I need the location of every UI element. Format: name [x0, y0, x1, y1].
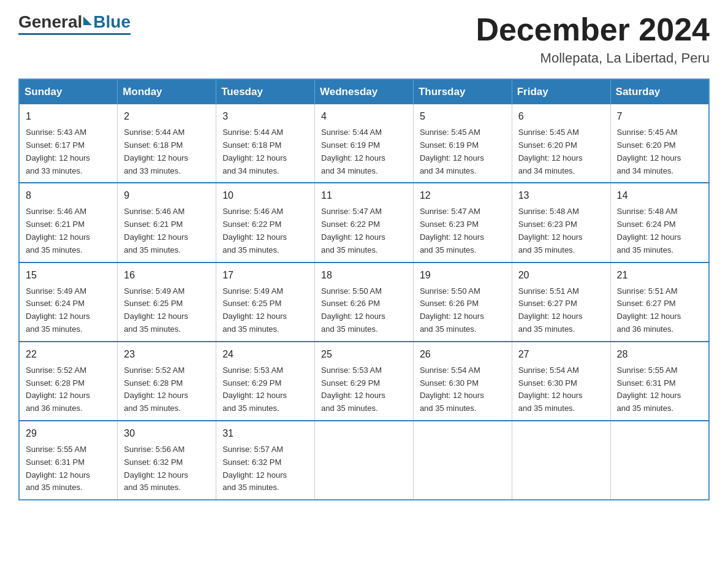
page-header: General Blue December 2024 Mollepata, La…: [18, 12, 710, 66]
day-number: 21: [617, 268, 702, 283]
day-info: Sunrise: 5:48 AMSunset: 6:23 PMDaylight:…: [518, 207, 583, 254]
day-info: Sunrise: 5:43 AMSunset: 6:17 PMDaylight:…: [26, 128, 90, 175]
logo-text: General Blue: [18, 12, 131, 32]
col-tuesday: Tuesday: [216, 79, 315, 104]
day-number: 7: [617, 109, 702, 124]
day-number: 20: [518, 268, 604, 283]
day-info: Sunrise: 5:51 AMSunset: 6:27 PMDaylight:…: [518, 286, 583, 334]
day-info: Sunrise: 5:54 AMSunset: 6:30 PMDaylight:…: [518, 366, 583, 413]
day-info: Sunrise: 5:50 AMSunset: 6:26 PMDaylight:…: [321, 286, 385, 334]
day-info: Sunrise: 5:50 AMSunset: 6:26 PMDaylight:…: [420, 286, 484, 334]
day-info: Sunrise: 5:56 AMSunset: 6:32 PMDaylight:…: [124, 445, 188, 492]
col-thursday: Thursday: [413, 79, 512, 104]
day-number: 15: [26, 268, 111, 283]
calendar-week-row: 29 Sunrise: 5:55 AMSunset: 6:31 PMDaylig…: [19, 421, 709, 500]
month-title: December 2024: [476, 12, 710, 47]
table-row: 17 Sunrise: 5:49 AMSunset: 6:25 PMDaylig…: [216, 262, 315, 342]
logo-arrow-icon: [83, 17, 92, 25]
day-info: Sunrise: 5:46 AMSunset: 6:21 PMDaylight:…: [124, 207, 188, 254]
day-info: Sunrise: 5:45 AMSunset: 6:20 PMDaylight:…: [617, 128, 681, 175]
day-number: 8: [26, 188, 111, 203]
day-number: 9: [124, 188, 210, 203]
day-number: 6: [518, 109, 604, 124]
table-row: 25 Sunrise: 5:53 AMSunset: 6:29 PMDaylig…: [315, 342, 414, 421]
day-info: Sunrise: 5:53 AMSunset: 6:29 PMDaylight:…: [321, 366, 385, 413]
day-number: 2: [124, 109, 210, 124]
logo: General Blue: [18, 12, 131, 35]
day-info: Sunrise: 5:49 AMSunset: 6:25 PMDaylight:…: [222, 286, 287, 334]
calendar-header-row: Sunday Monday Tuesday Wednesday Thursday…: [19, 79, 709, 104]
table-row: 13 Sunrise: 5:48 AMSunset: 6:23 PMDaylig…: [512, 183, 610, 262]
table-row: 18 Sunrise: 5:50 AMSunset: 6:26 PMDaylig…: [315, 262, 414, 342]
day-number: 24: [222, 347, 308, 362]
day-number: 19: [420, 268, 506, 283]
table-row: 10 Sunrise: 5:46 AMSunset: 6:22 PMDaylig…: [216, 183, 315, 262]
table-row: 28 Sunrise: 5:55 AMSunset: 6:31 PMDaylig…: [610, 342, 709, 421]
day-info: Sunrise: 5:44 AMSunset: 6:19 PMDaylight:…: [321, 128, 385, 175]
calendar-table: Sunday Monday Tuesday Wednesday Thursday…: [18, 79, 710, 500]
day-number: 31: [222, 426, 308, 441]
day-number: 29: [26, 426, 111, 441]
day-number: 3: [222, 109, 308, 124]
day-info: Sunrise: 5:46 AMSunset: 6:21 PMDaylight:…: [26, 207, 90, 254]
table-row: 6 Sunrise: 5:45 AMSunset: 6:20 PMDayligh…: [512, 104, 610, 183]
day-number: 11: [321, 188, 407, 203]
day-number: 22: [26, 347, 111, 362]
day-info: Sunrise: 5:52 AMSunset: 6:28 PMDaylight:…: [26, 366, 90, 413]
day-number: 28: [617, 347, 702, 362]
day-info: Sunrise: 5:44 AMSunset: 6:18 PMDaylight:…: [124, 128, 188, 175]
table-row: 20 Sunrise: 5:51 AMSunset: 6:27 PMDaylig…: [512, 262, 610, 342]
col-sunday: Sunday: [19, 79, 118, 104]
day-number: 26: [420, 347, 506, 362]
day-info: Sunrise: 5:46 AMSunset: 6:22 PMDaylight:…: [222, 207, 287, 254]
day-info: Sunrise: 5:55 AMSunset: 6:31 PMDaylight:…: [617, 366, 681, 413]
logo-general-text: General: [18, 12, 82, 32]
day-info: Sunrise: 5:49 AMSunset: 6:24 PMDaylight:…: [26, 286, 90, 334]
day-info: Sunrise: 5:45 AMSunset: 6:20 PMDaylight:…: [518, 128, 583, 175]
day-number: 16: [124, 268, 210, 283]
table-row: 21 Sunrise: 5:51 AMSunset: 6:27 PMDaylig…: [610, 262, 709, 342]
calendar-week-row: 15 Sunrise: 5:49 AMSunset: 6:24 PMDaylig…: [19, 262, 709, 342]
day-number: 10: [222, 188, 308, 203]
day-number: 18: [321, 268, 407, 283]
day-number: 4: [321, 109, 407, 124]
table-row: 27 Sunrise: 5:54 AMSunset: 6:30 PMDaylig…: [512, 342, 610, 421]
col-saturday: Saturday: [610, 79, 709, 104]
table-row: [413, 421, 512, 500]
day-info: Sunrise: 5:57 AMSunset: 6:32 PMDaylight:…: [222, 445, 287, 492]
table-row: 14 Sunrise: 5:48 AMSunset: 6:24 PMDaylig…: [610, 183, 709, 262]
day-number: 25: [321, 347, 407, 362]
table-row: 22 Sunrise: 5:52 AMSunset: 6:28 PMDaylig…: [19, 342, 118, 421]
table-row: [512, 421, 610, 500]
table-row: 11 Sunrise: 5:47 AMSunset: 6:22 PMDaylig…: [315, 183, 414, 262]
calendar-week-row: 1 Sunrise: 5:43 AMSunset: 6:17 PMDayligh…: [19, 104, 709, 183]
day-number: 13: [518, 188, 604, 203]
col-friday: Friday: [512, 79, 610, 104]
table-row: 1 Sunrise: 5:43 AMSunset: 6:17 PMDayligh…: [19, 104, 118, 183]
table-row: 12 Sunrise: 5:47 AMSunset: 6:23 PMDaylig…: [413, 183, 512, 262]
day-info: Sunrise: 5:53 AMSunset: 6:29 PMDaylight:…: [222, 366, 287, 413]
day-number: 5: [420, 109, 506, 124]
table-row: 24 Sunrise: 5:53 AMSunset: 6:29 PMDaylig…: [216, 342, 315, 421]
logo-blue-text: Blue: [93, 12, 131, 32]
day-info: Sunrise: 5:54 AMSunset: 6:30 PMDaylight:…: [420, 366, 484, 413]
calendar-week-row: 22 Sunrise: 5:52 AMSunset: 6:28 PMDaylig…: [19, 342, 709, 421]
table-row: 15 Sunrise: 5:49 AMSunset: 6:24 PMDaylig…: [19, 262, 118, 342]
table-row: 31 Sunrise: 5:57 AMSunset: 6:32 PMDaylig…: [216, 421, 315, 500]
table-row: [610, 421, 709, 500]
table-row: 9 Sunrise: 5:46 AMSunset: 6:21 PMDayligh…: [118, 183, 216, 262]
location-text: Mollepata, La Libertad, Peru: [476, 50, 710, 66]
day-number: 27: [518, 347, 604, 362]
day-number: 30: [124, 426, 210, 441]
day-info: Sunrise: 5:55 AMSunset: 6:31 PMDaylight:…: [26, 445, 90, 492]
table-row: 5 Sunrise: 5:45 AMSunset: 6:19 PMDayligh…: [413, 104, 512, 183]
table-row: [315, 421, 414, 500]
day-info: Sunrise: 5:45 AMSunset: 6:19 PMDaylight:…: [420, 128, 484, 175]
table-row: 16 Sunrise: 5:49 AMSunset: 6:25 PMDaylig…: [118, 262, 216, 342]
day-number: 1: [26, 109, 111, 124]
table-row: 19 Sunrise: 5:50 AMSunset: 6:26 PMDaylig…: [413, 262, 512, 342]
day-info: Sunrise: 5:47 AMSunset: 6:22 PMDaylight:…: [321, 207, 385, 254]
table-row: 8 Sunrise: 5:46 AMSunset: 6:21 PMDayligh…: [19, 183, 118, 262]
table-row: 3 Sunrise: 5:44 AMSunset: 6:18 PMDayligh…: [216, 104, 315, 183]
day-info: Sunrise: 5:47 AMSunset: 6:23 PMDaylight:…: [420, 207, 484, 254]
